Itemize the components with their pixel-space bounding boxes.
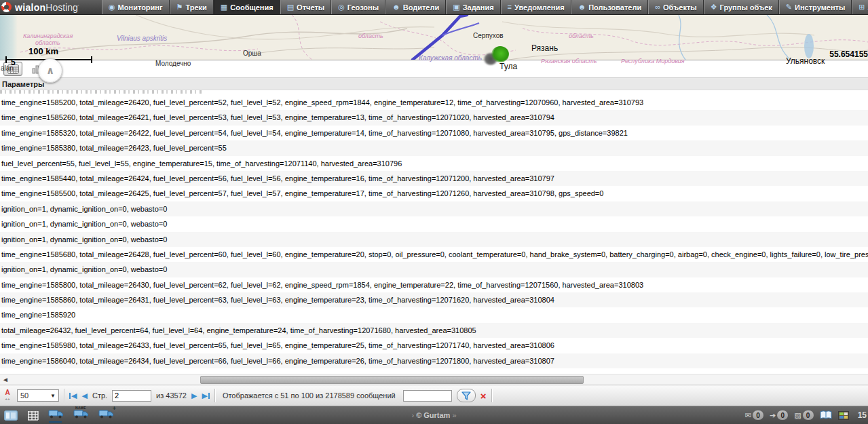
status-counter[interactable]: ➔ 0 [770,410,788,420]
chevron-up-icon: ∧ [46,65,54,75]
table-row[interactable]: time_engine=1585500, total_mileage=26425… [0,186,868,201]
traffic-counter-icon: ➔ [770,411,776,420]
table-row[interactable]: fuel_level_percent=55, fuel_level_l=55, … [0,156,868,171]
table-row[interactable]: time_engine=1585380, total_mileage=26423… [0,140,868,155]
wialon-logo[interactable]: wialonHostingʼ [0,0,102,14]
monitoring-icon: ◉ [109,3,115,11]
drivers-icon: ☻ [392,3,400,11]
wialon-app-window: wialonHostingʼ ◉ Мониторинг ⚑ Треки ▦ Со… [0,0,868,424]
tab-label: Мониторинг [118,3,163,12]
next-page-button[interactable]: ▶ [191,391,197,400]
table-row[interactable]: ignition_on=1, dynamic_ignition_on=0, we… [0,216,868,231]
total-pages-label: из 43572 [156,391,187,400]
status-counter[interactable]: ▨ 0 [794,410,813,420]
table-row[interactable]: ignition_on=1, dynamic_ignition_on=0, we… [0,232,868,247]
map-label: Рязанская область [541,58,597,64]
apps-palette-button[interactable] [838,411,849,420]
page-size-select[interactable]: 50 ▼ [17,389,59,402]
table-row[interactable]: time_engine=1585800, total_mileage=26430… [0,277,868,292]
counter-badge: 0 [803,410,814,420]
table-row[interactable]: time_engine=1586040, total_mileage=26434… [0,353,868,368]
table-row[interactable]: time_engine=1585860, total_mileage=26431… [0,292,868,307]
tab-notifications[interactable]: ≡ Уведомления [501,0,571,14]
table-row[interactable]: ignition_on=1, dynamic_ignition_on=0, we… [0,201,868,216]
map-label: область [569,33,594,39]
map-label: Молодечно [155,60,191,68]
guide-book-button[interactable] [820,410,832,420]
table-row[interactable]: ignition_on=1, dynamic_ignition_on=0, we… [0,262,868,277]
map-label: Республика Мордовия [621,58,685,64]
map-area[interactable]: КалининградскаяобластьVilniaus apskritis… [0,15,868,60]
tab-label: Отчеты [297,3,324,12]
tab-label: Пользователи [588,3,641,12]
tab-geofences[interactable]: ◎ Геозоны [331,0,385,14]
filter-input[interactable] [403,390,452,402]
table-row[interactable]: time_engine=1585200, total_mileage=26420… [0,95,868,110]
tab-label: Объекты [663,3,697,12]
grid-toggle-button[interactable] [27,410,39,421]
tab-unit-groups[interactable]: ❖ Группы объек [704,0,779,14]
tab-reports[interactable]: ▤ Отчеты [280,0,332,14]
apps-icon: ⊞ [858,3,865,11]
unit-name-tag: NAME [75,406,86,410]
page-number-input[interactable] [112,390,151,402]
clear-filter-button[interactable]: × [480,391,487,401]
geofences-icon: ◎ [338,3,345,11]
table-row[interactable]: time_engine=1585320, total_mileage=26422… [0,126,868,140]
panels-icon [4,410,18,421]
horizontal-scrollbar[interactable]: ◄ [0,374,868,385]
add-units-button[interactable]: + [98,409,114,421]
truck-icon [98,409,114,419]
map-label: Серпухов [473,33,504,40]
panels-toggle-button[interactable] [4,410,18,421]
map-label: область [358,33,383,39]
page-label: Стр. [92,391,107,400]
unit-marker-cluster[interactable] [491,46,509,62]
tab-monitoring[interactable]: ◉ Мониторинг [102,0,170,14]
table-row[interactable]: time_engine=1585680, total_mileage=26428… [0,247,868,262]
tab-label: Геозоны [347,3,379,12]
tools-icon: ✎ [786,3,792,11]
tab-drivers[interactable]: ☻ Водители [385,0,446,14]
map-label: Ульяновск [786,57,825,66]
first-page-button[interactable]: ◀ [69,391,77,400]
show-unit-icons-button[interactable] [48,409,64,421]
counter-badge: 0 [777,410,788,420]
table-row[interactable]: time_engine=1585260, total_mileage=26421… [0,110,868,125]
table-row[interactable]: time_engine=1585980, total_mileage=26433… [0,338,868,353]
prev-page-button[interactable]: ◀ [81,391,87,400]
map-scale-secondary: 5 [11,58,16,67]
table-row[interactable]: time_engine=1585920 [0,307,868,322]
tab-messages[interactable]: ▦ Сообщения [214,0,280,14]
map-label: Vilniaus apskritis [117,35,167,43]
apply-filter-button[interactable] [457,389,476,402]
unit-groups-icon: ❖ [711,3,717,11]
tab-label: Треки [185,3,206,12]
wialon-logo-icon [1,2,12,12]
show-unit-names-button[interactable]: NAME [73,409,89,421]
scrollbar-thumb[interactable] [200,376,584,384]
messages-counter-icon: ✉ [745,411,751,420]
tab-tools[interactable]: ✎ Инструменты [779,0,852,14]
messages-view-toolbar [0,60,868,77]
tab-tracks[interactable]: ⚑ Треки [170,0,214,14]
status-counters: ✉ 0 ➔ 0 ▨ 0 [745,410,814,420]
autofit-columns-button[interactable]: А ↔ [4,389,11,402]
pagination-bar: А ↔ 50 ▼ ◀ ◀ Стр. из 43572 ▶ ▶ Отображае… [0,385,868,406]
last-page-button[interactable]: ▶ [202,391,209,400]
map-label: Калужская область [419,55,482,62]
status-bar: NAME + › © Gurtam » [0,406,868,424]
brand-name: wialon [15,2,45,13]
resize-arrows-icon: ↔ [4,395,11,402]
tab-units[interactable]: ∞ Объекты [648,0,703,14]
table-row[interactable]: time_engine=1585440, total_mileage=26424… [0,171,868,186]
status-counter[interactable]: ✉ 0 [745,410,763,420]
book-icon [820,410,832,420]
scroll-left-arrow-icon[interactable]: ◄ [2,376,9,383]
copyright-text[interactable]: © Gurtam [416,411,450,419]
tab-apps[interactable]: ⊞ Apps [852,0,868,14]
tab-users[interactable]: ☻ Пользователи [571,0,649,14]
table-row[interactable]: total_mileage=26432, fuel_level_percent=… [0,323,868,338]
tab-jobs[interactable]: ▣ Задания [446,0,500,14]
map-collapse-button[interactable]: ∧ [38,58,62,83]
